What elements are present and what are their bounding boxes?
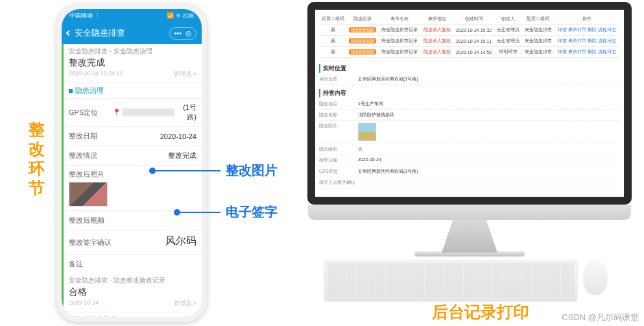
breadcrumb: 安全隐患排查 - 安全隐患治理 bbox=[64, 44, 202, 57]
keyboard bbox=[324, 260, 577, 300]
row-note: 备注 bbox=[64, 254, 202, 273]
row-gps: GPS定位 📍(1号路) bbox=[64, 98, 202, 126]
callout-photo: 整改图片 bbox=[149, 162, 278, 179]
section-accept: 隐患整改验收 bbox=[64, 312, 202, 317]
row-actions[interactable]: 详情 表单打印 删除 流程日志 bbox=[554, 47, 620, 58]
backend-print-label: 后台记录打印 bbox=[432, 301, 529, 323]
record-table: 设置二维码 隐患记录 表单名称 表单信息 创建时间 创建人 配置二维码 操作 器… bbox=[319, 14, 620, 58]
status-badge: 隐患检查提醒 bbox=[349, 38, 376, 44]
monitor-chin bbox=[308, 205, 631, 220]
page-title: 安全隐患排查 bbox=[75, 27, 169, 39]
section-hazard-govern: 隐患治理 bbox=[64, 82, 202, 98]
row-actions[interactable]: 详情 表单打印 删除 流程日志 bbox=[554, 36, 620, 47]
miniprogram-capsule[interactable]: •••◎ bbox=[169, 27, 197, 40]
monitor-stand bbox=[442, 220, 497, 253]
detail-row: 填写人员签字确认 bbox=[319, 177, 620, 188]
detail-row: 隐患地点1号生产车间 bbox=[319, 99, 620, 110]
meta-row: 2020-10-24 15:34:12管理员 > bbox=[64, 70, 202, 82]
desktop-mockup: 设置二维码 隐患记录 表单名称 表单信息 创建时间 创建人 配置二维码 操作 器… bbox=[307, 2, 632, 257]
callout-photo-text: 整改图片 bbox=[226, 162, 278, 179]
row-date: 整改日期2020-10-24 bbox=[64, 126, 202, 145]
mouse bbox=[584, 260, 607, 294]
watermark: CSDN @凡尔码课堂 bbox=[562, 312, 639, 323]
pin-icon: 📍 bbox=[112, 108, 121, 117]
signature-image: 风尔码 bbox=[151, 234, 197, 250]
detail-row: 当时位置五华区网新区经典双城(1号路) bbox=[319, 74, 620, 85]
back-icon[interactable] bbox=[66, 31, 71, 36]
content-scroll[interactable]: 安全隐患排查 - 安全隐患治理 整改完成 2020-10-24 15:34:12… bbox=[62, 44, 202, 317]
rectify-photo-thumb[interactable] bbox=[69, 182, 108, 207]
detail-photo-thumb[interactable] bbox=[358, 123, 376, 141]
gps-blurred bbox=[123, 108, 174, 116]
table-row[interactable]: 器隐患检查提醒安全隐患排查记录隐患录入复核2020-10-24 15:32云企管… bbox=[319, 25, 620, 36]
desktop-screen: 设置二维码 隐患记录 表单名称 表单信息 创建时间 创建人 配置二维码 操作 器… bbox=[315, 10, 624, 192]
tag-icon bbox=[69, 89, 73, 93]
callout-dot bbox=[149, 168, 156, 174]
status-badge: 隐患检查提醒 bbox=[349, 27, 376, 32]
gps-value[interactable]: 📍(1号路) bbox=[112, 103, 197, 122]
status-time: 📶 ✳ 3:36 bbox=[167, 12, 194, 19]
callout-sign-text: 电子签字 bbox=[226, 203, 278, 221]
row-actions[interactable]: 详情 表单打印 删除 流程日志 bbox=[554, 25, 620, 36]
detail-row: 隐患照片 bbox=[319, 121, 620, 144]
keyboard-area bbox=[324, 260, 607, 300]
table-row[interactable]: 器隐患检查提醒安全隐患排查记录隐患录入复核2020-10-24 15:11云企管… bbox=[319, 36, 620, 47]
monitor-frame: 设置二维码 隐患记录 表单名称 表单信息 创建时间 创建人 配置二维码 操作 器… bbox=[307, 2, 632, 205]
detail-row: 隐患级别无 bbox=[319, 144, 620, 155]
table-row[interactable]: 器隐患检查提醒安全隐患排查记录隐患录入复核2020-10-24 14:50即时即… bbox=[319, 47, 620, 58]
detail-content-title: 排查内容 bbox=[319, 89, 620, 97]
rectify-status-heading: 整改完成 bbox=[64, 57, 202, 70]
statusbar: 中国移动 ⋮ 📶 ✳ 3:36 bbox=[62, 9, 202, 22]
navbar: 安全隐患排查 •••◎ bbox=[62, 22, 202, 44]
meta-row-2: 2020-10-24管理员 > bbox=[64, 299, 202, 312]
detail-panel: 实时位置 当时位置五华区网新区经典双城(1号路) 排查内容 隐患地点1号生产车间… bbox=[319, 64, 620, 188]
side-section-label: 整 改 环 节 bbox=[29, 119, 45, 197]
callout-dot bbox=[174, 209, 180, 216]
detail-row: 检查日期2020-10-24 bbox=[319, 155, 620, 166]
callout-line bbox=[180, 212, 221, 213]
detail-row: GPS定位五华区网新区经典双城(1号路) bbox=[319, 166, 620, 177]
breadcrumb-2: 安全隐患排查 - 隐患整改验收记录 bbox=[64, 273, 202, 286]
status-badge: 隐患检查提醒 bbox=[349, 49, 376, 55]
row-signature: 整改签字确认风尔码 bbox=[64, 230, 202, 254]
detail-row: 隐患名称消防防护玻璃损坏 bbox=[319, 110, 620, 121]
table-header-row: 设置二维码 隐患记录 表单名称 表单信息 创建时间 创建人 配置二维码 操作 bbox=[319, 14, 620, 25]
callout-line bbox=[156, 170, 221, 171]
callout-signature: 电子签字 bbox=[174, 203, 278, 221]
detail-loc-title: 实时位置 bbox=[319, 64, 620, 73]
status-carrier: 中国移动 ⋮ bbox=[69, 12, 101, 20]
accept-status-heading: 合格 bbox=[64, 286, 202, 299]
